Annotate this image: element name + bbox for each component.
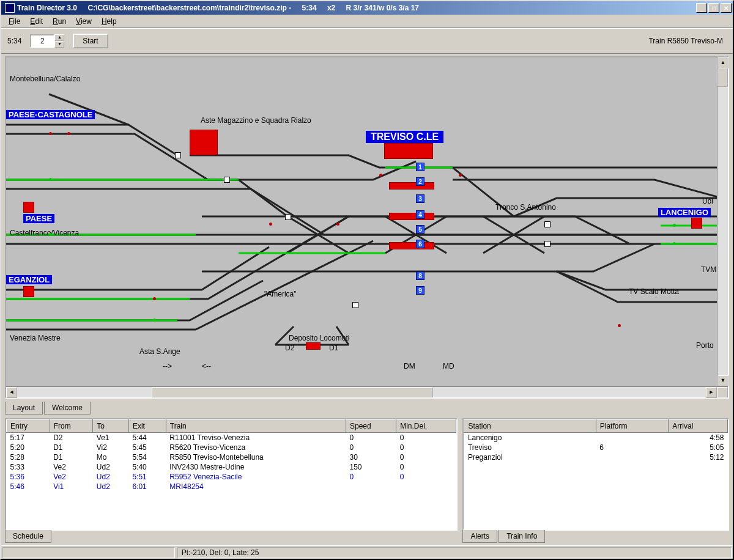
col-arrival[interactable]: Arrival [669,420,728,433]
traininfo-panel: Station Platform Arrival Lancenigo4:58Tr… [462,418,729,531]
col-entry[interactable]: Entry [7,420,50,433]
status-cell-1 [2,547,175,558]
col-train[interactable]: Train [166,420,346,433]
traininfo-grid[interactable]: Station Platform Arrival Lancenigo4:58Tr… [464,419,728,529]
tab-welcome[interactable]: Welcome [44,402,91,414]
scroll-right-icon[interactable]: ► [706,387,717,398]
menu-view[interactable]: View [71,16,97,27]
tab-layout[interactable]: Layout [5,402,43,414]
col-mindel[interactable]: Min.Del. [396,420,456,433]
platform-5: 5 [416,225,424,234]
menu-bar: File Edit Run View Help [1,15,733,28]
toolbar-status: Train R5850 Treviso-M [648,37,727,45]
scroll-up-icon[interactable]: ▲ [717,57,728,68]
signal-icon[interactable] [49,132,52,135]
col-speed[interactable]: Speed [346,420,396,433]
signal-icon[interactable] [49,178,52,181]
label-d1: D1 [329,344,338,352]
menu-run[interactable]: Run [48,16,71,27]
label-tronco: Tronco S.Antonino [495,203,556,212]
canvas-scrollbar-h[interactable]: ◄ ► [6,386,728,397]
signal-icon[interactable] [49,233,52,236]
signal-icon[interactable] [153,319,156,322]
table-row[interactable]: 5:28D1Mo5:54R5850 Treviso-Montebelluna30… [7,452,456,462]
signal-icon[interactable] [673,242,676,245]
switch-icon[interactable] [224,177,230,183]
minimize-button[interactable]: _ [696,3,707,13]
station-paese: PAESE [23,214,54,223]
schedule-panel: Entry From To Exit Train Speed Min.Del. … [5,418,458,531]
title-text: Train Director 3.0 C:\CG\backerstreet\ba… [17,4,696,12]
signal-icon[interactable] [618,324,621,327]
speed-stepper[interactable]: ▲ ▼ [30,34,64,48]
toolbar-clock: 5:34 [7,37,21,45]
platform-4: 4 [416,210,424,219]
platform-2: 2 [416,177,424,186]
spin-up-icon[interactable]: ▲ [54,34,64,41]
scroll-left-icon[interactable]: ◄ [6,387,17,398]
table-row[interactable]: Treviso65:05 [464,443,728,452]
signal-icon[interactable] [673,224,676,227]
col-station[interactable]: Station [464,420,596,433]
table-row[interactable]: 5:20D1Vi25:45R5620 Treviso-Vicenza00 [7,443,456,452]
status-bar: Pt:-210, Del: 0, Late: 25 [1,545,733,559]
toolbar: 5:34 ▲ ▼ Start Train R5850 Treviso-M [1,28,733,54]
tab-alerts[interactable]: Alerts [462,530,497,543]
table-row[interactable]: 5:33Ve2Ud25:40INV2430 Mestre-Udine1500 [7,462,456,472]
switch-icon[interactable] [175,152,181,158]
table-row[interactable]: Lancenigo4:58 [464,433,728,443]
label-deposito: Deposito Locomoti [289,334,349,342]
track-svg [6,57,717,375]
table-row[interactable]: 5:36Ve2Ud25:51R5952 Venezia-Sacile00 [7,472,456,482]
label-venezia: Venezia Mestre [10,334,61,342]
track-canvas[interactable]: Montebelluna/Calalzo PAESE-CASTAGNOLE As… [6,57,717,386]
canvas-scrollbar-v[interactable]: ▲ ▼ [717,57,728,386]
schedule-grid[interactable]: Entry From To Exit Train Speed Min.Del. … [6,419,456,529]
col-exit[interactable]: Exit [128,420,166,433]
signal-icon[interactable] [269,223,272,226]
switch-icon[interactable] [544,241,550,247]
label-md: MD [443,362,454,370]
switch-icon[interactable] [285,214,291,220]
col-platform[interactable]: Platform [596,420,669,433]
col-from[interactable]: From [50,420,93,433]
table-row[interactable]: Preganziol5:12 [464,452,728,462]
label-montebelluna: Montebelluna/Calalzo [10,75,80,83]
maximize-button[interactable]: □ [708,3,719,13]
table-row[interactable]: 5:46Vi1Ud26:01MRI48254 [7,482,456,492]
label-porto: Porto [696,341,714,350]
app-window: Train Director 3.0 C:\CG\backerstreet\ba… [0,0,734,560]
switch-icon[interactable] [352,302,358,308]
menu-file[interactable]: File [4,16,25,27]
label-castelfranco: Castelfranco/Vicenza [10,229,79,237]
close-button[interactable]: ✕ [721,3,732,13]
occupied-block-1 [389,182,434,190]
label-asta-ange: Asta S.Ange [139,347,180,356]
switch-icon[interactable] [544,221,550,227]
canvas-tabs: Layout Welcome [5,402,729,414]
table-row[interactable]: 5:17D2Ve15:44R11001 Treviso-Venezia00 [7,433,456,443]
col-to[interactable]: To [93,420,129,433]
speed-input[interactable] [30,34,54,48]
scroll-down-icon[interactable]: ▼ [717,375,728,386]
spin-down-icon[interactable]: ▼ [54,41,64,48]
menu-edit[interactable]: Edit [25,16,48,27]
signal-icon[interactable] [153,297,156,300]
tab-schedule[interactable]: Schedule [5,530,51,543]
title-bar[interactable]: Train Director 3.0 C:\CG\backerstreet\ba… [1,1,733,15]
signal-icon[interactable] [459,174,462,177]
station-preganziol: EGANZIOL [6,275,52,284]
signal-icon[interactable] [379,174,382,177]
menu-help[interactable]: Help [97,16,122,27]
station-paese-castagnole: PAESE-CASTAGNOLE [6,110,95,119]
platform-8: 8 [416,271,424,280]
occupied-block-d [306,342,321,350]
signal-icon[interactable] [336,223,339,226]
building-paese [23,202,34,213]
occupied-block-3 [389,242,434,249]
building-lancenigo [691,218,702,229]
signal-icon[interactable] [67,132,70,135]
start-button[interactable]: Start [73,34,108,48]
layout-panel: Montebelluna/Calalzo PAESE-CASTAGNOLE As… [5,56,729,399]
tab-traininfo[interactable]: Train Info [499,530,545,543]
